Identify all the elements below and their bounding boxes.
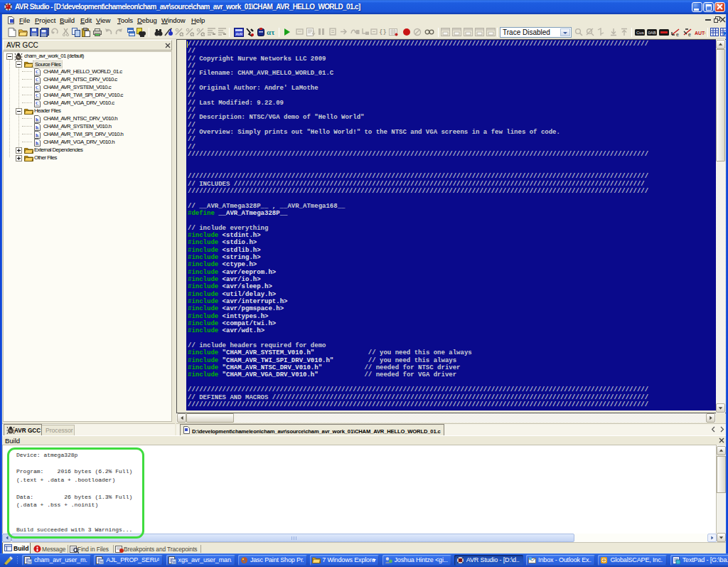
svg-text:W: W	[28, 560, 32, 564]
svg-text:0AB: 0AB	[648, 31, 656, 35]
svg-text:{}: {}	[379, 28, 387, 36]
svg-text:e: e	[676, 32, 679, 36]
svg-text:W: W	[100, 560, 104, 564]
svg-text:C: C	[36, 78, 38, 82]
svg-text:e: e	[688, 32, 691, 36]
svg-text:Cus: Cus	[636, 31, 644, 35]
svg-text:C: C	[36, 85, 38, 90]
svg-text:AVR: AVR	[236, 32, 243, 36]
svg-text:C: C	[36, 70, 38, 74]
svg-text:W: W	[172, 560, 176, 564]
svg-text:C: C	[36, 93, 38, 97]
svg-text:C: C	[36, 101, 38, 105]
svg-text:ατ: ατ	[267, 28, 274, 36]
svg-text:AUTO: AUTO	[695, 31, 705, 36]
